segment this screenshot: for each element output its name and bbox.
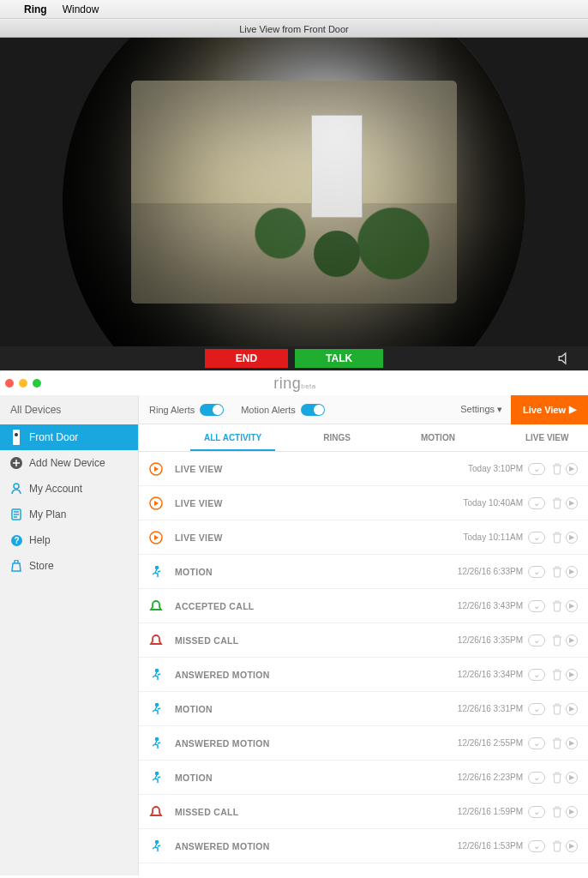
expand-button[interactable]: ⌄	[528, 532, 545, 544]
tab-live-view[interactable]: LIVE VIEW	[512, 424, 583, 451]
event-row[interactable]: LIVE VIEWToday 10:11AM⌄▶	[139, 520, 588, 555]
settings-dropdown[interactable]: Settings ▾	[460, 404, 502, 415]
live-view-button[interactable]: Live View ▶	[511, 395, 588, 424]
delete-button[interactable]	[549, 532, 562, 544]
maximize-icon[interactable]	[33, 379, 41, 388]
end-button[interactable]: END	[205, 349, 288, 368]
person-icon	[10, 483, 22, 495]
menubar-window[interactable]: Window	[63, 3, 99, 15]
minimize-icon[interactable]	[19, 379, 27, 388]
play-button[interactable]: ▶	[566, 463, 578, 475]
delete-button[interactable]	[549, 737, 562, 749]
delete-button[interactable]	[549, 703, 562, 715]
sidebar-header: All Devices	[0, 395, 138, 424]
sidebar-item-help[interactable]: ? Help	[0, 527, 138, 553]
event-time: 12/26/16 3:31PM	[458, 704, 523, 713]
tabs: ALL ACTIVITY RINGS MOTION LIVE VIEW	[139, 424, 588, 452]
play-button[interactable]: ▶	[566, 669, 578, 681]
event-row[interactable]: ANSWERED MOTION12/26/16 3:34PM⌄▶	[139, 658, 588, 692]
expand-button[interactable]: ⌄	[528, 600, 545, 612]
expand-button[interactable]: ⌄	[528, 566, 545, 578]
event-row[interactable]: MOTION12/26/16 6:33PM⌄▶	[139, 555, 588, 589]
event-time: 12/26/16 3:34PM	[458, 670, 523, 679]
event-row[interactable]: MOTION12/26/16 2:23PM⌄▶	[139, 761, 588, 795]
event-row[interactable]: LIVE VIEWToday 10:40AM⌄▶	[139, 486, 588, 520]
video-feed	[0, 38, 588, 346]
delete-button[interactable]	[549, 669, 562, 681]
sidebar-item-add-device[interactable]: Add New Device	[0, 450, 138, 476]
sidebar-item-label: Store	[29, 560, 54, 572]
expand-button[interactable]: ⌄	[528, 840, 545, 852]
close-icon[interactable]	[5, 379, 14, 388]
macos-menubar: Ring Window	[0, 0, 588, 19]
sidebar-item-plan[interactable]: My Plan	[0, 502, 138, 527]
event-type-icon	[149, 531, 163, 544]
event-type-icon	[149, 634, 163, 647]
tab-rings[interactable]: RINGS	[309, 424, 364, 451]
svg-point-14	[156, 772, 159, 774]
play-button[interactable]: ▶	[566, 532, 578, 544]
event-type-icon	[149, 599, 163, 613]
expand-button[interactable]: ⌄	[528, 634, 545, 646]
event-type-icon	[149, 496, 163, 510]
expand-button[interactable]: ⌄	[528, 737, 545, 749]
delete-button[interactable]	[549, 463, 562, 475]
talk-button[interactable]: TALK	[295, 349, 383, 368]
delete-button[interactable]	[549, 840, 562, 852]
tab-motion[interactable]: MOTION	[407, 424, 469, 451]
delete-button[interactable]	[549, 566, 562, 578]
event-row[interactable]: MISSED CALL12/26/16 3:35PM⌄▶	[139, 623, 588, 658]
play-button[interactable]: ▶	[566, 566, 578, 578]
live-video-window: Live View from Front Door END TALK	[0, 19, 588, 370]
play-button[interactable]: ▶	[566, 600, 578, 612]
event-type-icon	[149, 565, 163, 579]
event-row[interactable]: ACCEPTED CALL12/26/16 3:43PM⌄▶	[139, 589, 588, 623]
event-list[interactable]: LIVE VIEWToday 3:10PM⌄▶LIVE VIEWToday 10…	[139, 452, 588, 875]
play-button[interactable]: ▶	[566, 772, 578, 784]
event-row[interactable]: ANSWERED MOTION12/26/16 1:53PM⌄▶	[139, 829, 588, 863]
event-time: 12/26/16 1:53PM	[458, 841, 523, 851]
expand-button[interactable]: ⌄	[528, 669, 545, 681]
sidebar-item-store[interactable]: Store	[0, 553, 138, 579]
event-row[interactable]: ANSWERED MOTION12/26/16 2:55PM⌄▶	[139, 726, 588, 761]
play-button[interactable]: ▶	[566, 703, 578, 715]
expand-button[interactable]: ⌄	[528, 772, 545, 784]
sidebar-item-front-door[interactable]: Front Door	[0, 424, 138, 450]
play-icon: ▶	[569, 404, 576, 415]
sidebar: All Devices Front Door Add New Device My…	[0, 395, 139, 875]
delete-button[interactable]	[549, 806, 562, 818]
sidebar-item-account[interactable]: My Account	[0, 476, 138, 502]
device-icon	[10, 431, 22, 443]
event-row[interactable]: LIVE VIEWToday 3:10PM⌄▶	[139, 452, 588, 486]
play-button[interactable]: ▶	[566, 806, 578, 818]
tab-all-activity[interactable]: ALL ACTIVITY	[190, 424, 275, 451]
delete-button[interactable]	[549, 600, 562, 612]
event-label: MOTION	[175, 567, 458, 577]
motion-alerts-toggle[interactable]	[301, 404, 325, 416]
motion-alerts-label: Motion Alerts	[241, 405, 296, 415]
speaker-icon[interactable]	[557, 351, 573, 366]
svg-point-12	[156, 703, 159, 706]
delete-button[interactable]	[549, 497, 562, 509]
play-button[interactable]: ▶	[566, 737, 578, 749]
play-button[interactable]: ▶	[566, 634, 578, 646]
expand-button[interactable]: ⌄	[528, 806, 545, 818]
expand-button[interactable]: ⌄	[528, 497, 545, 509]
svg-text:?: ?	[14, 536, 19, 545]
event-time: 12/26/16 3:35PM	[458, 635, 523, 645]
play-button[interactable]: ▶	[566, 840, 578, 852]
event-time: Today 3:10PM	[468, 464, 523, 473]
ring-alerts-toggle[interactable]	[200, 404, 224, 416]
expand-button[interactable]: ⌄	[528, 463, 545, 475]
delete-button[interactable]	[549, 634, 562, 646]
event-row[interactable]: MISSED CALL12/26/16 1:59PM⌄▶	[139, 795, 588, 829]
help-icon: ?	[10, 534, 22, 546]
sidebar-item-label: Front Door	[29, 431, 78, 443]
event-label: MISSED CALL	[175, 635, 458, 646]
expand-button[interactable]: ⌄	[528, 703, 545, 715]
delete-button[interactable]	[549, 772, 562, 784]
play-button[interactable]: ▶	[566, 497, 578, 509]
event-row[interactable]: MOTION12/26/16 3:31PM⌄▶	[139, 692, 588, 726]
menubar-app-name[interactable]: Ring	[24, 3, 47, 15]
video-window-title: Live View from Front Door	[0, 19, 588, 38]
